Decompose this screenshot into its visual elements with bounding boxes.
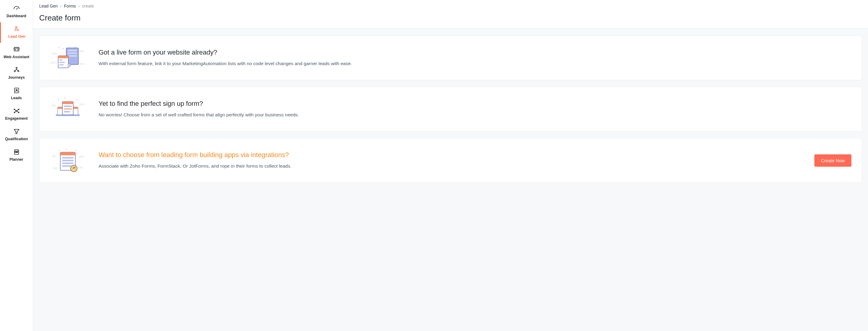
option-card-integrations[interactable]: Want to choose from leading form buildin… bbox=[39, 138, 862, 183]
svg-point-9 bbox=[16, 89, 17, 90]
sidebar-item-label: Lead Gen bbox=[8, 34, 26, 38]
svg-rect-46 bbox=[64, 111, 70, 113]
svg-rect-51 bbox=[79, 156, 84, 158]
svg-rect-24 bbox=[68, 53, 77, 54]
svg-rect-21 bbox=[79, 63, 85, 65]
sidebar-item-dashboard[interactable]: Dashboard bbox=[0, 2, 33, 22]
card-description: No worries! Choose from a set of well cr… bbox=[98, 111, 851, 118]
breadcrumb-item[interactable]: Lead Gen bbox=[39, 4, 58, 8]
illustration-integrations bbox=[50, 147, 86, 174]
card-description: Associate with Zoho Forms, FormStack, Or… bbox=[98, 162, 802, 170]
gauge-icon bbox=[13, 5, 20, 12]
svg-rect-58 bbox=[62, 162, 73, 164]
svg-rect-52 bbox=[53, 167, 58, 169]
sidebar-item-engagement[interactable]: Engagement bbox=[0, 104, 33, 125]
svg-rect-28 bbox=[59, 59, 62, 61]
topbar: Lead Gen › Forms › create Create form bbox=[33, 0, 868, 28]
chevron-right-icon: › bbox=[60, 4, 62, 8]
illustration-external-form bbox=[50, 44, 86, 71]
svg-rect-27 bbox=[58, 56, 68, 58]
breadcrumb-item-current: create bbox=[82, 4, 94, 8]
journeys-icon bbox=[13, 66, 20, 73]
breadcrumb: Lead Gen › Forms › create bbox=[39, 4, 862, 8]
svg-rect-55 bbox=[60, 152, 75, 155]
svg-rect-59 bbox=[62, 165, 71, 167]
illustration-signup-form bbox=[50, 96, 86, 123]
svg-rect-35 bbox=[51, 104, 56, 107]
svg-rect-45 bbox=[64, 108, 72, 110]
sidebar-item-label: Engagement bbox=[5, 116, 28, 121]
svg-rect-20 bbox=[50, 62, 56, 64]
svg-point-60 bbox=[70, 165, 77, 172]
svg-rect-56 bbox=[62, 157, 73, 158]
svg-point-6 bbox=[14, 70, 16, 72]
card-body: Yet to find the perfect sign up form? No… bbox=[98, 100, 851, 118]
svg-rect-23 bbox=[68, 50, 77, 51]
svg-point-33 bbox=[63, 48, 64, 49]
svg-rect-44 bbox=[64, 106, 72, 107]
svg-rect-17 bbox=[17, 152, 18, 153]
svg-point-10 bbox=[16, 110, 17, 112]
funnel-icon bbox=[13, 128, 20, 135]
svg-rect-43 bbox=[62, 101, 73, 104]
sidebar-item-label: Dashboard bbox=[7, 14, 26, 18]
svg-point-32 bbox=[59, 47, 59, 48]
svg-point-47 bbox=[59, 99, 59, 100]
card-body: Want to choose from leading form buildin… bbox=[98, 151, 802, 170]
svg-rect-15 bbox=[14, 150, 19, 154]
svg-rect-16 bbox=[16, 152, 16, 153]
svg-point-0 bbox=[16, 9, 17, 9]
svg-point-49 bbox=[76, 99, 78, 100]
card-title: Yet to find the perfect sign up form? bbox=[98, 100, 851, 108]
svg-rect-29 bbox=[59, 62, 65, 63]
engagement-icon bbox=[13, 107, 20, 115]
sidebar: Dashboard Lead Gen Web Assistant Journey… bbox=[0, 0, 33, 331]
card-body: Got a live form on your website already?… bbox=[98, 49, 851, 67]
svg-point-48 bbox=[64, 98, 65, 98]
card-title: Want to choose from leading form buildin… bbox=[98, 151, 802, 159]
page-title: Create form bbox=[39, 13, 862, 23]
sidebar-item-label: Leads bbox=[11, 96, 22, 100]
svg-rect-50 bbox=[52, 155, 56, 157]
svg-rect-18 bbox=[51, 53, 57, 55]
card-cta-area: Create Now bbox=[814, 154, 851, 167]
sidebar-item-label: Journeys bbox=[8, 76, 25, 80]
svg-point-61 bbox=[59, 150, 60, 151]
sidebar-item-planner[interactable]: Planner bbox=[0, 145, 33, 166]
svg-rect-36 bbox=[79, 103, 85, 105]
option-card-external-form[interactable]: Got a live form on your website already?… bbox=[39, 36, 862, 80]
chevron-right-icon: › bbox=[79, 4, 80, 8]
card-title: Got a live form on your website already? bbox=[98, 49, 851, 56]
planner-icon bbox=[13, 148, 20, 155]
sidebar-item-lead-gen[interactable]: Lead Gen bbox=[0, 22, 33, 43]
sidebar-item-journeys[interactable]: Journeys bbox=[0, 63, 33, 84]
svg-rect-53 bbox=[78, 167, 83, 169]
main-content: Lead Gen › Forms › create Create form bbox=[33, 0, 868, 331]
svg-point-1 bbox=[16, 27, 17, 28]
svg-point-62 bbox=[66, 149, 67, 150]
svg-point-7 bbox=[18, 70, 19, 72]
sidebar-item-label: Planner bbox=[10, 157, 24, 161]
sidebar-item-label: Qualification bbox=[5, 137, 28, 141]
sidebar-item-leads[interactable]: Leads bbox=[0, 84, 33, 104]
sidebar-item-label: Web Assistant bbox=[4, 55, 29, 59]
svg-point-34 bbox=[75, 47, 76, 47]
svg-point-5 bbox=[16, 67, 17, 68]
breadcrumb-item[interactable]: Forms bbox=[64, 4, 76, 8]
option-card-signup-form[interactable]: Yet to find the perfect sign up form? No… bbox=[39, 87, 862, 131]
svg-rect-57 bbox=[62, 160, 73, 161]
svg-point-63 bbox=[76, 150, 77, 151]
leads-icon bbox=[13, 87, 20, 94]
svg-point-4 bbox=[18, 50, 18, 50]
create-now-button[interactable]: Create Now bbox=[814, 154, 851, 167]
card-description: With external form feature, link it to y… bbox=[98, 60, 851, 67]
svg-rect-30 bbox=[59, 64, 64, 65]
web-assistant-icon bbox=[13, 46, 20, 53]
svg-rect-19 bbox=[79, 50, 84, 52]
sidebar-item-web-assistant[interactable]: Web Assistant bbox=[0, 43, 33, 63]
svg-rect-2 bbox=[14, 47, 19, 51]
lead-gen-icon bbox=[13, 25, 21, 33]
sidebar-item-qualification[interactable]: Qualification bbox=[0, 125, 33, 145]
svg-point-3 bbox=[15, 50, 16, 50]
svg-rect-25 bbox=[68, 55, 77, 57]
